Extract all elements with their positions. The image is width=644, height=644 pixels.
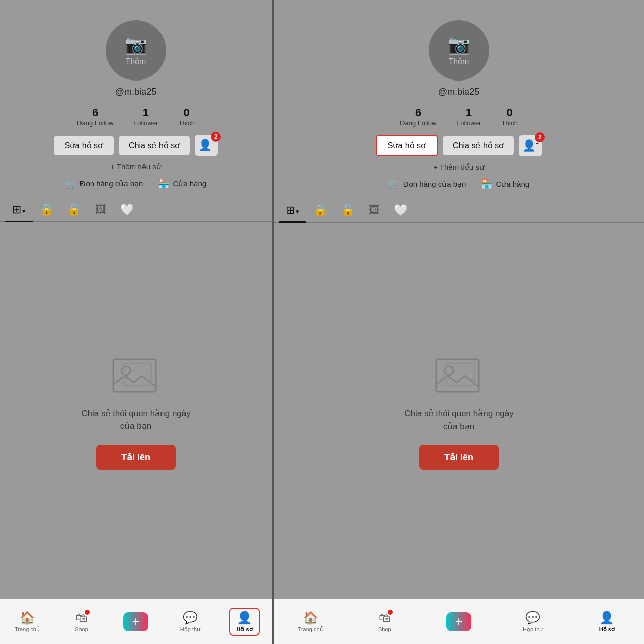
left-tab-lock[interactable]: 🔒 (33, 198, 60, 221)
right-nav-profile[interactable]: 👤 Hồ sơ (592, 611, 622, 633)
right-nav-shop[interactable]: 🛍 Shop (370, 611, 400, 632)
right-phone-panel: 📷 Thêm @m.bia25 6 Đang Follow 1 Follower… (274, 0, 644, 644)
right-inbox-label: Hộp thư (523, 626, 543, 633)
right-orders-label: Đơn hàng của bạn (403, 180, 466, 189)
svg-point-4 (444, 366, 453, 375)
right-store-label: Cửa hàng (496, 180, 529, 189)
left-store-link[interactable]: 🏪 Cửa hàng (158, 178, 206, 189)
left-nav-shop[interactable]: 🛍 Shop (66, 611, 97, 632)
right-plus-button[interactable]: + (446, 612, 471, 631)
left-profile-area: 📷 Thêm @m.bia25 6 Đang Follow 1 Follower… (0, 0, 272, 198)
left-home-label: Trang chủ (15, 626, 40, 633)
left-content-tabs: ⊞▾ 🔒 🔓 🖼 🤍 (0, 198, 272, 222)
right-avatar-label: Thêm (449, 57, 469, 66)
right-cart-icon: 🛒 (388, 179, 399, 190)
right-nav-inbox[interactable]: 💬 Hộp thư (518, 611, 548, 633)
right-store-icon: 🏪 (481, 179, 492, 190)
left-tab-lock2[interactable]: 🔓 (60, 198, 88, 221)
right-tab-repost[interactable]: 🖼 (362, 199, 387, 222)
left-nav-inbox[interactable]: 💬 Hộp thư (175, 611, 205, 633)
right-empty-state: Chia sẻ thói quen hằng ngàycủa bạn Tải l… (404, 223, 514, 644)
left-empty-state: Chia sẻ thói quen hằng ngàycủa bạn Tải l… (81, 222, 191, 644)
left-placeholder-image (111, 357, 161, 397)
right-tab-lock[interactable]: 🔒 (306, 199, 334, 222)
right-edit-button[interactable]: Sửa hồ sơ (376, 135, 438, 156)
left-edit-button[interactable]: Sửa hồ sơ (54, 136, 114, 155)
left-home-icon: 🏠 (20, 611, 35, 625)
right-content-tabs: ⊞▾ 🔒 🔓 🖼 🤍 (274, 199, 644, 223)
right-username: @m.bia25 (438, 87, 479, 97)
left-profile-icon: 👤 (237, 611, 252, 625)
right-shop-label: Shop (378, 626, 391, 632)
right-tab-grid[interactable]: ⊞▾ (279, 199, 306, 222)
left-store-icon: 🏪 (158, 178, 169, 189)
right-stat-follow: 6 Đang Follow (400, 106, 436, 127)
left-plus-button[interactable]: + (123, 612, 148, 631)
left-add-friend-button[interactable]: 👤+ 2 (195, 135, 218, 156)
svg-point-1 (121, 366, 130, 375)
left-shop-dot (85, 610, 90, 615)
right-stat-follower: 1 Follower (456, 106, 481, 127)
right-tab-liked[interactable]: 🤍 (387, 199, 415, 222)
left-camera-icon: 📷 (125, 34, 147, 55)
left-share-button[interactable]: Chia sẻ hồ sơ (119, 136, 190, 155)
left-orders-link[interactable]: 🛒 Đơn hàng của bạn (65, 178, 143, 189)
left-action-buttons: Sửa hồ sơ Chia sẻ hồ sơ 👤+ 2 (0, 135, 272, 156)
right-nav-home[interactable]: 🏠 Trang chủ (296, 611, 326, 633)
right-store-link[interactable]: 🏪 Cửa hàng (481, 179, 529, 190)
left-profile-label: Hồ sơ (236, 626, 252, 633)
left-stats-row: 6 Đang Follow 1 Follower 0 Thích (0, 106, 272, 127)
left-nav-profile[interactable]: 👤 Hồ sơ (229, 608, 260, 636)
left-tab-liked[interactable]: 🤍 (113, 198, 141, 221)
svg-rect-0 (113, 359, 156, 392)
left-shop-label: Shop (75, 626, 88, 632)
left-empty-title: Chia sẻ thói quen hằng ngàycủa bạn (81, 407, 191, 433)
left-username: @m.bia25 (115, 87, 156, 97)
right-profile-area: 📷 Thêm @m.bia25 6 Đang Follow 1 Follower… (274, 0, 644, 199)
right-shop-nav-icon-wrapper: 🛍 (379, 611, 391, 625)
left-tab-grid[interactable]: ⊞▾ (5, 198, 33, 221)
left-avatar[interactable]: 📷 Thêm (106, 20, 166, 80)
right-bio-link[interactable]: + Thêm tiểu sử (433, 163, 485, 172)
right-camera-icon: 📷 (448, 34, 470, 55)
right-shop-dot (388, 610, 393, 615)
right-bottom-nav: 🏠 Trang chủ 🛍 Shop + 💬 Hộp thư 👤 Hồ sơ (274, 599, 644, 644)
left-shop-nav-icon-wrapper: 🛍 (75, 611, 88, 625)
right-upload-button[interactable]: Tải lên (419, 445, 499, 470)
right-notification-badge: 2 (535, 132, 545, 142)
left-nav-home[interactable]: 🏠 Trang chủ (12, 611, 42, 633)
left-nav-plus[interactable]: + (121, 612, 151, 631)
left-avatar-label: Thêm (126, 57, 146, 66)
svg-rect-3 (436, 359, 479, 392)
left-tab-repost[interactable]: 🖼 (88, 198, 113, 221)
left-plus-icon: + (132, 614, 139, 629)
right-home-icon: 🏠 (303, 611, 318, 625)
left-inbox-icon: 💬 (183, 611, 198, 625)
left-orders-label: Đơn hàng của bạn (80, 179, 143, 188)
right-stats-row: 6 Đang Follow 1 Follower 0 Thích (274, 106, 644, 127)
right-share-button[interactable]: Chia sẻ hồ sơ (443, 136, 514, 155)
right-profile-icon: 👤 (599, 611, 614, 625)
right-placeholder-image (434, 357, 484, 397)
left-bottom-nav: 🏠 Trang chủ 🛍 Shop + 💬 Hộp thư 👤 Hồ sơ (0, 599, 272, 644)
right-add-friend-button[interactable]: 👤+ 2 (519, 135, 542, 156)
right-stat-likes: 0 Thích (501, 106, 518, 127)
left-notification-badge: 2 (211, 132, 221, 142)
right-plus-icon: + (455, 614, 462, 629)
left-upload-button[interactable]: Tải lên (96, 445, 176, 470)
right-home-label: Trang chủ (298, 626, 324, 633)
left-cart-icon: 🛒 (65, 178, 76, 189)
left-stat-likes: 0 Thích (178, 106, 195, 127)
left-shop-row: 🛒 Đơn hàng của bạn 🏪 Cửa hàng (65, 178, 206, 189)
right-shop-row: 🛒 Đơn hàng của bạn 🏪 Cửa hàng (388, 179, 529, 190)
right-avatar[interactable]: 📷 Thêm (429, 20, 489, 80)
left-stat-follow: 6 Đang Follow (77, 106, 113, 127)
left-stat-follower: 1 Follower (133, 106, 158, 127)
right-inbox-icon: 💬 (525, 611, 540, 625)
right-nav-plus[interactable]: + (444, 612, 474, 631)
right-orders-link[interactable]: 🛒 Đơn hàng của bạn (388, 179, 466, 190)
right-action-buttons: Sửa hồ sơ Chia sẻ hồ sơ 👤+ 2 (274, 135, 644, 156)
right-tab-lock2[interactable]: 🔓 (334, 199, 362, 222)
left-bio-link[interactable]: + Thêm tiểu sử (110, 162, 162, 171)
right-empty-title: Chia sẻ thói quen hằng ngàycủa bạn (404, 407, 514, 433)
